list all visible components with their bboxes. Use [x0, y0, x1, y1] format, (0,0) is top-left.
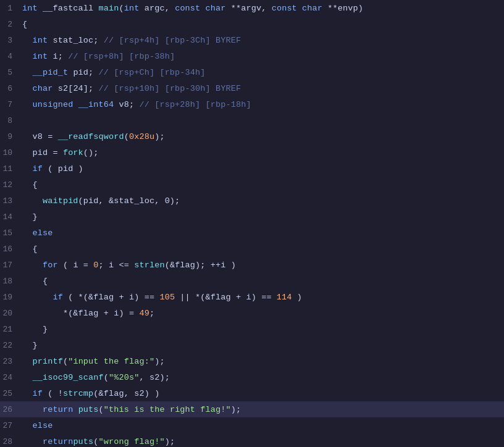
- code-container: 1int __fastcall main(int argc, const cha…: [0, 0, 504, 447]
- cmt-token: // [rsp+Ch] [rbp-34h]: [99, 68, 206, 77]
- code-row: 26 return puts("this is the right flag!"…: [0, 401, 504, 417]
- line-number: 6: [0, 80, 19, 96]
- num-token: 105: [159, 293, 175, 302]
- str-token: "wrong flag!": [99, 437, 165, 446]
- op-token: [22, 164, 32, 173]
- str-token: ": [134, 373, 139, 382]
- kw-token: if: [32, 164, 42, 173]
- line-number: 25: [0, 385, 19, 401]
- op-token: ): [292, 293, 302, 302]
- str-token: %20s: [114, 373, 134, 382]
- line-code: int i; // [rsp+8h] [rbp-38h]: [19, 48, 504, 64]
- line-number: 2: [0, 16, 19, 32]
- cmt-token: // [rsp+8h] [rbp-38h]: [68, 52, 175, 61]
- op-token: );: [165, 437, 175, 446]
- op-token: [200, 4, 205, 13]
- op-token: [22, 196, 43, 206]
- op-token: v8;: [114, 100, 139, 109]
- op-token: }: [22, 341, 38, 350]
- line-number: 4: [0, 48, 19, 64]
- op-token: [22, 421, 32, 430]
- fn-token: __isoc99_scanf: [32, 373, 103, 382]
- line-number: 27: [0, 417, 19, 433]
- line-number: 5: [0, 64, 19, 80]
- fn-token: puts: [78, 405, 99, 414]
- kw-token: unsigned: [32, 100, 73, 109]
- line-number: 8: [0, 112, 19, 128]
- op-token: [22, 357, 32, 366]
- line-code: {: [19, 177, 504, 193]
- code-row: 16 {: [0, 241, 504, 257]
- kw-token: const: [175, 4, 200, 13]
- op-token: [22, 261, 43, 270]
- code-row: 12 {: [0, 177, 504, 193]
- line-number: 7: [0, 96, 19, 112]
- kw-token: char: [302, 4, 322, 13]
- kw-token: return: [43, 437, 73, 446]
- str-token: "input the flag:": [68, 357, 154, 366]
- op-token: ();: [83, 148, 99, 157]
- code-row: 23 printf("input the flag:");: [0, 353, 504, 369]
- line-number: 3: [0, 32, 19, 48]
- line-code: int stat_loc; // [rsp+4h] [rbp-3Ch] BYRE…: [19, 32, 504, 48]
- op-token: ( i =: [58, 261, 94, 270]
- line-number: 10: [0, 144, 19, 161]
- code-row: 15 else: [0, 225, 504, 241]
- line-number: 1: [0, 0, 19, 16]
- code-row: 25 if ( !strcmp(&flag, s2) ): [0, 385, 504, 401]
- code-row: 17 for ( i = 0; i <= strlen(&flag); ++i …: [0, 257, 504, 273]
- kw-token: int: [32, 52, 48, 61]
- kw-token: else: [32, 421, 52, 430]
- fn-token: strcmp: [63, 389, 93, 398]
- code-row: 8: [0, 112, 504, 128]
- kw-token: for: [43, 261, 58, 270]
- code-row: 9 v8 = __readfsqword(0x28u);: [0, 128, 504, 144]
- line-number: 28: [0, 433, 19, 447]
- code-row: 5 __pid_t pid; // [rsp+Ch] [rbp-34h]: [0, 64, 504, 80]
- num-token: 0x28u: [129, 132, 154, 141]
- op-token: {: [22, 277, 48, 286]
- cmt-token: // [rsp+4h] [rbp-3Ch] BYREF: [104, 36, 241, 45]
- code-row: 2{: [0, 16, 504, 32]
- op-token: (: [93, 437, 98, 446]
- kw-token: char: [32, 84, 52, 93]
- op-token: [22, 228, 32, 238]
- op-token: (: [63, 357, 68, 366]
- line-number: 20: [0, 305, 19, 321]
- line-code: char s2[24]; // [rsp+10h] [rbp-30h] BYRE…: [19, 80, 504, 96]
- op-token: ; i <=: [99, 261, 135, 270]
- code-row: 18 {: [0, 273, 504, 289]
- line-code: {: [19, 16, 504, 32]
- op-token: i;: [48, 52, 68, 61]
- line-code: unsigned __int64 v8; // [rsp+28h] [rbp-1…: [19, 96, 504, 112]
- op-token: (: [119, 4, 124, 13]
- cmt-token: // [rsp+28h] [rbp-18h]: [139, 100, 251, 109]
- line-number: 16: [0, 241, 19, 257]
- op-token: || *(&flag + i) ==: [175, 293, 277, 302]
- line-code: int __fastcall main(int argc, const char…: [19, 0, 504, 16]
- op-token: ( !: [43, 389, 63, 398]
- fn-token: __readfsqword: [58, 132, 124, 141]
- pre-token: __int64: [78, 100, 114, 109]
- op-token: [22, 100, 32, 109]
- cmt-token: // [rsp+10h] [rbp-30h] BYREF: [99, 84, 242, 93]
- line-number: 9: [0, 128, 19, 144]
- op-token: [73, 405, 78, 414]
- line-code: v8 = __readfsqword(0x28u);: [19, 128, 504, 144]
- op-token: **argv,: [226, 4, 272, 13]
- line-code: __isoc99_scanf("%20s", s2);: [19, 369, 504, 385]
- line-number: 15: [0, 225, 19, 241]
- op-token: [22, 84, 32, 93]
- line-code: else: [19, 417, 504, 433]
- op-token: ( *(&flag + i) ==: [63, 293, 160, 302]
- line-code: [19, 112, 504, 128]
- line-number: 21: [0, 321, 19, 337]
- op-token: ( pid ): [43, 164, 83, 173]
- op-token: [22, 437, 43, 446]
- code-row: 10 pid = fork();: [0, 144, 504, 161]
- op-token: [22, 293, 52, 302]
- line-code: *(&flag + i) = 49;: [19, 305, 504, 321]
- num-token: 114: [277, 293, 292, 302]
- code-row: 11 if ( pid ): [0, 161, 504, 177]
- op-token: (&flag, s2) ): [93, 389, 159, 398]
